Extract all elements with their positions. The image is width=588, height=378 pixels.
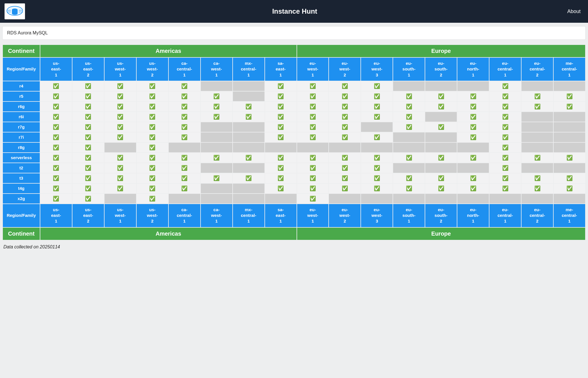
header-region: eu-central-2: [522, 58, 553, 81]
cell-available: ✅: [489, 112, 521, 122]
cell-available: ✅: [554, 184, 585, 193]
footer-region: eu-south-1: [393, 204, 425, 227]
cell-available: ✅: [72, 153, 104, 163]
cell-available: ✅: [201, 173, 232, 183]
family-cell: r7g: [3, 122, 40, 132]
cell-unavailable: [393, 163, 425, 173]
topbar: Instance Hunt About: [0, 0, 588, 23]
header-continent-label: Continent: [3, 45, 40, 57]
cell-available: ✅: [393, 173, 425, 183]
cell-unavailable: [201, 194, 232, 203]
cell-available: ✅: [297, 184, 329, 193]
cell-available: ✅: [265, 163, 297, 173]
cell-available: ✅: [297, 112, 329, 122]
cell-available: ✅: [137, 112, 168, 122]
cell-available: ✅: [457, 132, 489, 142]
cell-unavailable: [201, 163, 232, 173]
cell-unavailable: [554, 132, 585, 142]
cell-unavailable: [393, 194, 425, 203]
cell-unavailable: [233, 184, 264, 193]
cell-unavailable: [457, 163, 489, 173]
cell-unavailable: [522, 81, 553, 91]
cell-unavailable: [201, 143, 232, 152]
cell-available: ✅: [522, 92, 553, 101]
cell-available: ✅: [489, 122, 521, 132]
cell-available: ✅: [72, 173, 104, 183]
cell-unavailable: [554, 122, 585, 132]
cell-available: ✅: [361, 153, 393, 163]
cell-unavailable: [425, 112, 457, 122]
cell-available: ✅: [393, 112, 425, 122]
cell-available: ✅: [425, 92, 457, 101]
cell-available: ✅: [297, 153, 329, 163]
cell-available: ✅: [72, 163, 104, 173]
cell-available: ✅: [393, 102, 425, 111]
cell-available: ✅: [361, 173, 393, 183]
cell-available: ✅: [265, 184, 297, 193]
cell-available: ✅: [297, 173, 329, 183]
cell-available: ✅: [72, 143, 104, 152]
cell-unavailable: [425, 81, 457, 91]
cell-available: ✅: [361, 112, 393, 122]
cell-unavailable: [457, 194, 489, 203]
cell-unavailable: [201, 122, 232, 132]
header-region: sa-east-1: [265, 58, 297, 81]
cell-available: ✅: [393, 122, 425, 132]
cell-available: ✅: [105, 184, 136, 193]
cell-available: ✅: [137, 194, 168, 203]
footer-region: mx-central-1: [233, 204, 264, 227]
cell-available: ✅: [297, 122, 329, 132]
cell-unavailable: [425, 194, 457, 203]
cell-available: ✅: [201, 112, 232, 122]
cell-unavailable: [201, 132, 232, 142]
header-region: ca-west-1: [201, 58, 232, 81]
family-cell: r7i: [3, 132, 40, 142]
cell-available: ✅: [40, 132, 72, 142]
cell-available: ✅: [169, 173, 200, 183]
cell-available: ✅: [265, 92, 297, 101]
footnote: Data collected on 20250114: [3, 244, 585, 250]
cell-available: ✅: [457, 112, 489, 122]
footer-continent-label: Continent: [3, 228, 40, 240]
about-link[interactable]: About: [564, 7, 583, 16]
cell-unavailable: [201, 184, 232, 193]
table-row: r6g✅✅✅✅✅✅✅✅✅✅✅✅✅✅✅✅✅: [3, 102, 585, 111]
cell-available: ✅: [554, 173, 585, 183]
app-title[interactable]: Instance Hunt: [272, 7, 317, 15]
cell-available: ✅: [265, 81, 297, 91]
footer-region: us-east-1: [40, 204, 72, 227]
header-region: ca-central-1: [169, 58, 200, 81]
family-cell: x2g: [3, 194, 40, 203]
table-row: t2✅✅✅✅✅✅✅✅✅✅: [3, 163, 585, 173]
cell-unavailable: [297, 143, 329, 152]
header-region: eu-south-2: [425, 58, 457, 81]
service-selector[interactable]: RDS Aurora MySQL: [2, 26, 586, 40]
cell-available: ✅: [40, 173, 72, 183]
cell-unavailable: [522, 112, 553, 122]
cell-unavailable: [554, 143, 585, 152]
footer-region: eu-central-1: [489, 204, 521, 227]
header-region: us-east-1: [40, 58, 72, 81]
cell-available: ✅: [137, 173, 168, 183]
cell-unavailable: [425, 143, 457, 152]
cell-available: ✅: [72, 102, 104, 111]
cell-available: ✅: [169, 184, 200, 193]
cell-unavailable: [329, 143, 360, 152]
header-region: eu-south-1: [393, 58, 425, 81]
cell-available: ✅: [457, 122, 489, 132]
family-cell: t4g: [3, 184, 40, 193]
family-cell: serverless: [3, 153, 40, 163]
cell-available: ✅: [72, 122, 104, 132]
cell-unavailable: [457, 81, 489, 91]
cell-available: ✅: [522, 153, 553, 163]
cell-unavailable: [105, 143, 136, 152]
cell-available: ✅: [72, 132, 104, 142]
cell-available: ✅: [137, 122, 168, 132]
cell-available: ✅: [393, 92, 425, 101]
cell-available: ✅: [137, 81, 168, 91]
cell-available: ✅: [40, 153, 72, 163]
footer-region: eu-central-2: [522, 204, 553, 227]
cell-available: ✅: [329, 92, 360, 101]
cell-available: ✅: [265, 173, 297, 183]
logo[interactable]: [5, 3, 25, 19]
